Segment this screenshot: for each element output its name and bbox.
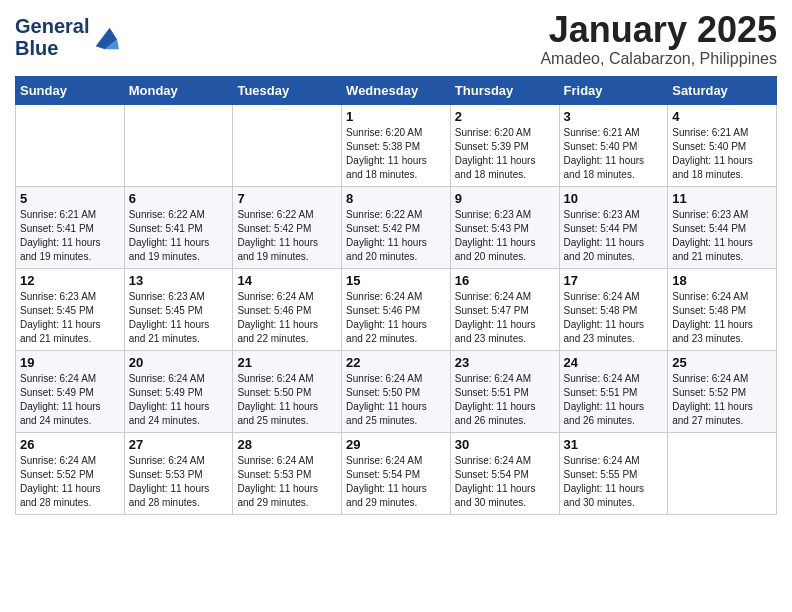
day-info: Sunrise: 6:24 AM Sunset: 5:55 PM Dayligh… — [564, 454, 664, 510]
day-number: 22 — [346, 355, 446, 370]
day-number: 30 — [455, 437, 555, 452]
calendar-cell: 21Sunrise: 6:24 AM Sunset: 5:50 PM Dayli… — [233, 350, 342, 432]
day-info: Sunrise: 6:24 AM Sunset: 5:46 PM Dayligh… — [346, 290, 446, 346]
title-block: January 2025 Amadeo, Calabarzon, Philipp… — [540, 10, 777, 68]
calendar-cell: 15Sunrise: 6:24 AM Sunset: 5:46 PM Dayli… — [342, 268, 451, 350]
calendar-subtitle: Amadeo, Calabarzon, Philippines — [540, 50, 777, 68]
day-info: Sunrise: 6:24 AM Sunset: 5:51 PM Dayligh… — [455, 372, 555, 428]
day-info: Sunrise: 6:22 AM Sunset: 5:42 PM Dayligh… — [346, 208, 446, 264]
day-info: Sunrise: 6:24 AM Sunset: 5:54 PM Dayligh… — [455, 454, 555, 510]
day-info: Sunrise: 6:24 AM Sunset: 5:50 PM Dayligh… — [346, 372, 446, 428]
calendar-cell: 12Sunrise: 6:23 AM Sunset: 5:45 PM Dayli… — [16, 268, 125, 350]
day-info: Sunrise: 6:24 AM Sunset: 5:54 PM Dayligh… — [346, 454, 446, 510]
calendar-cell: 17Sunrise: 6:24 AM Sunset: 5:48 PM Dayli… — [559, 268, 668, 350]
calendar-cell: 24Sunrise: 6:24 AM Sunset: 5:51 PM Dayli… — [559, 350, 668, 432]
day-number: 10 — [564, 191, 664, 206]
calendar-cell: 19Sunrise: 6:24 AM Sunset: 5:49 PM Dayli… — [16, 350, 125, 432]
calendar-table: SundayMondayTuesdayWednesdayThursdayFrid… — [15, 76, 777, 515]
calendar-week-row: 5Sunrise: 6:21 AM Sunset: 5:41 PM Daylig… — [16, 186, 777, 268]
day-number: 4 — [672, 109, 772, 124]
calendar-cell: 20Sunrise: 6:24 AM Sunset: 5:49 PM Dayli… — [124, 350, 233, 432]
day-number: 11 — [672, 191, 772, 206]
day-info: Sunrise: 6:22 AM Sunset: 5:41 PM Dayligh… — [129, 208, 229, 264]
day-number: 18 — [672, 273, 772, 288]
calendar-cell: 5Sunrise: 6:21 AM Sunset: 5:41 PM Daylig… — [16, 186, 125, 268]
calendar-cell: 26Sunrise: 6:24 AM Sunset: 5:52 PM Dayli… — [16, 432, 125, 514]
day-number: 9 — [455, 191, 555, 206]
day-number: 15 — [346, 273, 446, 288]
day-info: Sunrise: 6:23 AM Sunset: 5:44 PM Dayligh… — [564, 208, 664, 264]
day-number: 24 — [564, 355, 664, 370]
day-number: 27 — [129, 437, 229, 452]
day-number: 25 — [672, 355, 772, 370]
day-info: Sunrise: 6:21 AM Sunset: 5:40 PM Dayligh… — [672, 126, 772, 182]
calendar-cell: 23Sunrise: 6:24 AM Sunset: 5:51 PM Dayli… — [450, 350, 559, 432]
day-info: Sunrise: 6:21 AM Sunset: 5:41 PM Dayligh… — [20, 208, 120, 264]
day-info: Sunrise: 6:22 AM Sunset: 5:42 PM Dayligh… — [237, 208, 337, 264]
logo-icon — [91, 23, 119, 51]
day-info: Sunrise: 6:24 AM Sunset: 5:53 PM Dayligh… — [237, 454, 337, 510]
day-number: 14 — [237, 273, 337, 288]
day-number: 20 — [129, 355, 229, 370]
calendar-cell: 18Sunrise: 6:24 AM Sunset: 5:48 PM Dayli… — [668, 268, 777, 350]
day-number: 28 — [237, 437, 337, 452]
day-info: Sunrise: 6:23 AM Sunset: 5:45 PM Dayligh… — [20, 290, 120, 346]
weekday-header-row: SundayMondayTuesdayWednesdayThursdayFrid… — [16, 76, 777, 104]
page-header: GeneralBlue January 2025 Amadeo, Calabar… — [15, 10, 777, 68]
weekday-header-saturday: Saturday — [668, 76, 777, 104]
calendar-cell: 22Sunrise: 6:24 AM Sunset: 5:50 PM Dayli… — [342, 350, 451, 432]
day-number: 6 — [129, 191, 229, 206]
day-number: 31 — [564, 437, 664, 452]
calendar-cell: 9Sunrise: 6:23 AM Sunset: 5:43 PM Daylig… — [450, 186, 559, 268]
calendar-cell — [233, 104, 342, 186]
day-number: 3 — [564, 109, 664, 124]
day-info: Sunrise: 6:24 AM Sunset: 5:48 PM Dayligh… — [564, 290, 664, 346]
day-number: 29 — [346, 437, 446, 452]
weekday-header-sunday: Sunday — [16, 76, 125, 104]
day-info: Sunrise: 6:23 AM Sunset: 5:43 PM Dayligh… — [455, 208, 555, 264]
calendar-cell — [124, 104, 233, 186]
weekday-header-wednesday: Wednesday — [342, 76, 451, 104]
calendar-cell: 2Sunrise: 6:20 AM Sunset: 5:39 PM Daylig… — [450, 104, 559, 186]
day-info: Sunrise: 6:24 AM Sunset: 5:52 PM Dayligh… — [20, 454, 120, 510]
calendar-cell: 6Sunrise: 6:22 AM Sunset: 5:41 PM Daylig… — [124, 186, 233, 268]
day-info: Sunrise: 6:23 AM Sunset: 5:44 PM Dayligh… — [672, 208, 772, 264]
day-info: Sunrise: 6:24 AM Sunset: 5:47 PM Dayligh… — [455, 290, 555, 346]
calendar-cell: 14Sunrise: 6:24 AM Sunset: 5:46 PM Dayli… — [233, 268, 342, 350]
calendar-cell: 31Sunrise: 6:24 AM Sunset: 5:55 PM Dayli… — [559, 432, 668, 514]
calendar-cell: 11Sunrise: 6:23 AM Sunset: 5:44 PM Dayli… — [668, 186, 777, 268]
day-number: 8 — [346, 191, 446, 206]
calendar-week-row: 26Sunrise: 6:24 AM Sunset: 5:52 PM Dayli… — [16, 432, 777, 514]
day-number: 16 — [455, 273, 555, 288]
day-number: 26 — [20, 437, 120, 452]
calendar-week-row: 12Sunrise: 6:23 AM Sunset: 5:45 PM Dayli… — [16, 268, 777, 350]
day-info: Sunrise: 6:24 AM Sunset: 5:49 PM Dayligh… — [20, 372, 120, 428]
calendar-cell: 25Sunrise: 6:24 AM Sunset: 5:52 PM Dayli… — [668, 350, 777, 432]
day-number: 19 — [20, 355, 120, 370]
day-number: 1 — [346, 109, 446, 124]
calendar-cell: 30Sunrise: 6:24 AM Sunset: 5:54 PM Dayli… — [450, 432, 559, 514]
day-info: Sunrise: 6:23 AM Sunset: 5:45 PM Dayligh… — [129, 290, 229, 346]
calendar-cell: 29Sunrise: 6:24 AM Sunset: 5:54 PM Dayli… — [342, 432, 451, 514]
calendar-cell — [668, 432, 777, 514]
day-info: Sunrise: 6:20 AM Sunset: 5:39 PM Dayligh… — [455, 126, 555, 182]
calendar-cell: 4Sunrise: 6:21 AM Sunset: 5:40 PM Daylig… — [668, 104, 777, 186]
weekday-header-friday: Friday — [559, 76, 668, 104]
day-info: Sunrise: 6:24 AM Sunset: 5:51 PM Dayligh… — [564, 372, 664, 428]
calendar-cell: 13Sunrise: 6:23 AM Sunset: 5:45 PM Dayli… — [124, 268, 233, 350]
calendar-cell: 1Sunrise: 6:20 AM Sunset: 5:38 PM Daylig… — [342, 104, 451, 186]
day-info: Sunrise: 6:24 AM Sunset: 5:53 PM Dayligh… — [129, 454, 229, 510]
day-info: Sunrise: 6:24 AM Sunset: 5:48 PM Dayligh… — [672, 290, 772, 346]
calendar-cell: 28Sunrise: 6:24 AM Sunset: 5:53 PM Dayli… — [233, 432, 342, 514]
day-number: 12 — [20, 273, 120, 288]
calendar-cell: 27Sunrise: 6:24 AM Sunset: 5:53 PM Dayli… — [124, 432, 233, 514]
day-info: Sunrise: 6:24 AM Sunset: 5:52 PM Dayligh… — [672, 372, 772, 428]
day-info: Sunrise: 6:24 AM Sunset: 5:50 PM Dayligh… — [237, 372, 337, 428]
calendar-cell: 16Sunrise: 6:24 AM Sunset: 5:47 PM Dayli… — [450, 268, 559, 350]
calendar-cell: 3Sunrise: 6:21 AM Sunset: 5:40 PM Daylig… — [559, 104, 668, 186]
day-info: Sunrise: 6:21 AM Sunset: 5:40 PM Dayligh… — [564, 126, 664, 182]
calendar-cell: 8Sunrise: 6:22 AM Sunset: 5:42 PM Daylig… — [342, 186, 451, 268]
day-info: Sunrise: 6:24 AM Sunset: 5:49 PM Dayligh… — [129, 372, 229, 428]
day-number: 23 — [455, 355, 555, 370]
calendar-cell: 10Sunrise: 6:23 AM Sunset: 5:44 PM Dayli… — [559, 186, 668, 268]
